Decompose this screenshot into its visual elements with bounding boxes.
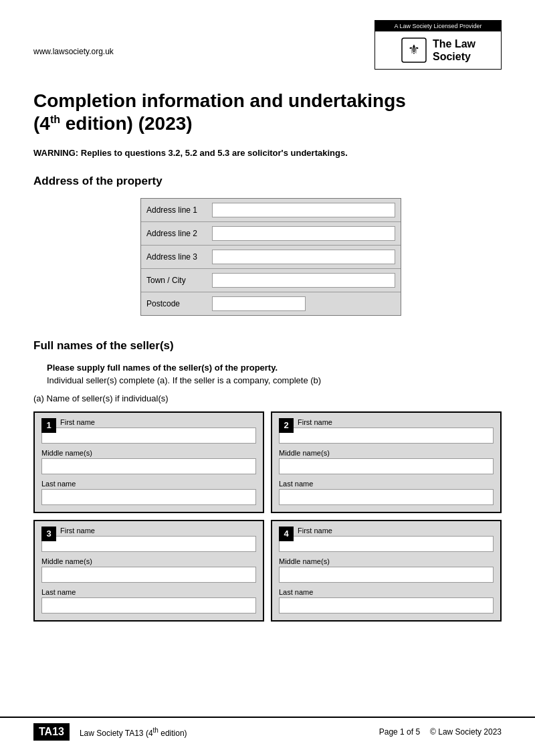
address-label-3: Address line 3	[146, 252, 207, 262]
seller-instruction-bold: Please supply full names of the seller(s…	[33, 363, 502, 373]
seller-number-4: 4	[279, 527, 294, 541]
address-table-wrap: Address line 1 Address line 2 Address li…	[140, 198, 502, 316]
seller-box-3: 3 First name Middle name(s) Last name	[33, 520, 264, 622]
seller-3-last-input[interactable]	[41, 597, 256, 613]
footer: TA13 Law Society TA13 (4th edition) Page…	[0, 717, 535, 746]
footer-copyright: © Law Society 2023	[430, 727, 502, 737]
seller-2-last-input[interactable]	[279, 489, 494, 505]
footer-page: Page 1 of 5	[379, 727, 420, 737]
seller-4-first-input[interactable]	[279, 536, 494, 552]
seller-number-2: 2	[279, 418, 294, 433]
logo-text: The Law Society	[433, 37, 475, 63]
seller-1-last-input[interactable]	[41, 489, 256, 505]
seller-4-last-label: Last name	[279, 588, 494, 596]
seller-4-last-input[interactable]	[279, 597, 494, 613]
address-row-1: Address line 1	[141, 199, 401, 222]
seller-4-middle-label: Middle name(s)	[279, 557, 494, 565]
seller-2-first-label: First name	[298, 418, 494, 426]
seller-1-last-label: Last name	[41, 480, 256, 488]
logo-provider-text: A Law Society Licensed Provider	[375, 21, 501, 31]
seller-box-1: 1 First name Middle name(s) Last name	[33, 411, 264, 513]
address-input-2[interactable]	[212, 226, 395, 241]
seller-number-1: 1	[41, 418, 56, 433]
seller-1-first-input[interactable]	[41, 428, 256, 444]
seller-1-middle-input[interactable]	[41, 458, 256, 474]
seller-box-4: 4 First name Middle name(s) Last name	[271, 520, 502, 622]
address-row-3: Address line 3	[141, 246, 401, 269]
seller-2-last-label: Last name	[279, 480, 494, 488]
address-row-town: Town / City	[141, 269, 401, 292]
seller-3-first-label: First name	[60, 527, 256, 535]
shield-icon: ⚜	[401, 37, 427, 64]
address-label-postcode: Postcode	[146, 299, 207, 308]
header: www.lawsociety.org.uk A Law Society Lice…	[33, 20, 502, 70]
address-row-postcode: Postcode	[141, 292, 401, 315]
seller-4-first-label: First name	[298, 527, 494, 535]
address-input-1[interactable]	[212, 203, 395, 217]
address-table: Address line 1 Address line 2 Address li…	[140, 198, 401, 316]
main-title: Completion information and undertakings …	[33, 90, 502, 134]
page: www.lawsociety.org.uk A Law Society Lice…	[0, 0, 535, 756]
seller-sub-label: (a) Name of seller(s) if individual(s)	[33, 393, 502, 403]
footer-description: Law Society TA13 (4th edition)	[80, 727, 369, 738]
address-section: Address of the property Address line 1 A…	[33, 175, 502, 316]
seller-heading: Full names of the seller(s)	[33, 339, 502, 353]
seller-1-first-label: First name	[60, 418, 256, 426]
seller-grid: 1 First name Middle name(s) Last name 2 …	[33, 411, 502, 622]
seller-2-middle-input[interactable]	[279, 458, 494, 474]
address-input-postcode[interactable]	[212, 296, 306, 311]
seller-number-3: 3	[41, 527, 56, 541]
website-url: www.lawsociety.org.uk	[33, 47, 114, 56]
address-input-3[interactable]	[212, 250, 395, 264]
address-label-1: Address line 1	[146, 205, 207, 215]
svg-text:⚜: ⚜	[408, 42, 420, 57]
address-input-town[interactable]	[212, 273, 395, 288]
address-label-2: Address line 2	[146, 229, 207, 238]
seller-3-last-label: Last name	[41, 588, 256, 596]
seller-instruction-normal: Individual seller(s) complete (a). If th…	[33, 375, 502, 385]
address-label-town: Town / City	[146, 276, 207, 285]
address-heading: Address of the property	[33, 175, 502, 188]
seller-3-first-input[interactable]	[41, 536, 256, 552]
seller-3-middle-input[interactable]	[41, 567, 256, 583]
seller-section: Full names of the seller(s) Please suppl…	[33, 339, 502, 622]
seller-4-middle-input[interactable]	[279, 567, 494, 583]
seller-1-middle-label: Middle name(s)	[41, 449, 256, 457]
seller-3-middle-label: Middle name(s)	[41, 557, 256, 565]
seller-2-first-input[interactable]	[279, 428, 494, 444]
footer-tag: TA13	[33, 723, 70, 741]
warning-text: WARNING: Replies to questions 3.2, 5.2 a…	[33, 148, 502, 158]
seller-box-2: 2 First name Middle name(s) Last name	[271, 411, 502, 513]
seller-2-middle-label: Middle name(s)	[279, 449, 494, 457]
address-row-2: Address line 2	[141, 222, 401, 246]
law-society-logo: A Law Society Licensed Provider ⚜ The La…	[374, 20, 502, 70]
